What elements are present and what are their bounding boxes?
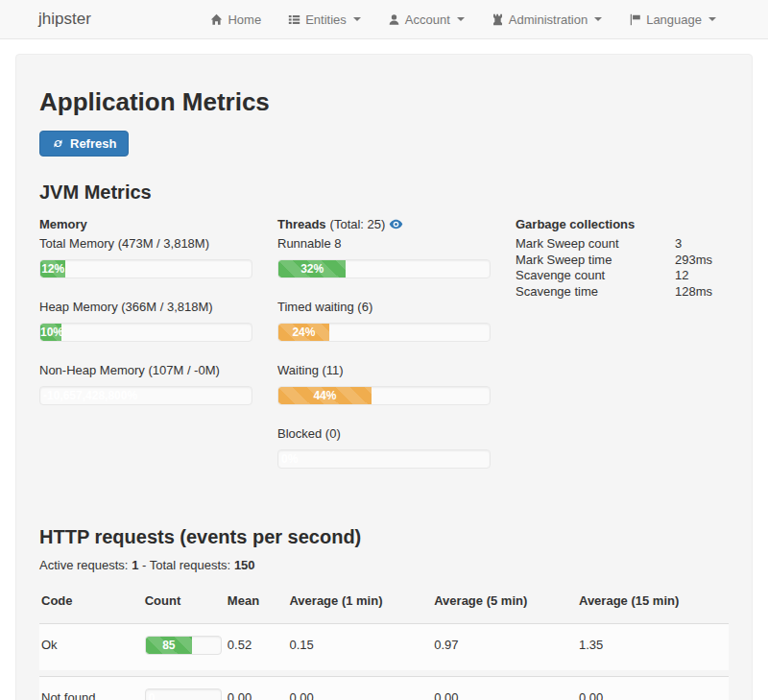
metric-heap-memory: Heap Memory (366M / 3,818M) 10% [39, 300, 252, 342]
cell-avg1: 0.00 [287, 676, 432, 700]
metric-label: Timed waiting (6) [277, 300, 491, 314]
jvm-metrics-row: Memory Total Memory (473M / 3,818M) 12% … [39, 217, 729, 490]
metric-label: Blocked (0) [277, 426, 491, 441]
navbar: jhipster Home Entities Account Administr… [0, 0, 768, 39]
nav-menu: Home Entities Account Administration Lan… [199, 7, 728, 33]
gc-row-value: 128ms [675, 284, 729, 301]
metric-timed-waiting: Timed waiting (6) 24% [277, 300, 491, 342]
http-requests-table: Code Count Mean Average (1 min) Average … [39, 582, 729, 700]
metric-blocked: Blocked (0) 0% [277, 426, 491, 469]
gc-row-label: Scavenge count [516, 268, 675, 284]
metric-label: Total Memory (473M / 3,818M) [39, 236, 252, 251]
table-header-row: Code Count Mean Average (1 min) Average … [39, 588, 729, 617]
nav-item-account[interactable]: Account [376, 7, 476, 33]
nav-item-administration[interactable]: Administration [480, 7, 613, 33]
timed-waiting-progressbar: 24% [277, 323, 491, 342]
memory-column: Memory Total Memory (473M / 3,818M) 12% … [39, 217, 252, 490]
metric-total-memory: Total Memory (473M / 3,818M) 12% [39, 236, 252, 278]
chevron-down-icon [594, 17, 602, 21]
chevron-down-icon [353, 17, 361, 21]
gc-row-label: Mark Sweep time [516, 253, 675, 269]
gc-row: Mark Sweep time 293ms [516, 253, 729, 269]
progress-fill: 44% [278, 387, 372, 404]
count-progressbar: 0 [145, 688, 222, 700]
requests-summary: Active requests: 1 - Total requests: 150 [39, 558, 729, 572]
page-title: Application Metrics [39, 87, 729, 117]
threads-heading: Threads (Total: 25) [277, 217, 491, 231]
active-requests-value: 1 [132, 558, 138, 572]
chevron-down-icon [708, 17, 716, 21]
threads-heading-label: Threads [277, 217, 326, 231]
col-header-mean: Mean [226, 588, 288, 617]
tower-icon [492, 13, 504, 26]
progress-fill: 85 [146, 637, 192, 654]
refresh-button[interactable]: Refresh [39, 131, 129, 157]
chevron-down-icon [457, 17, 465, 21]
metric-waiting: Waiting (11) 44% [277, 363, 491, 405]
metric-runnable: Runnable 8 32% [277, 236, 491, 278]
metric-label: Non-Heap Memory (107M / -0M) [39, 363, 252, 377]
gc-row: Scavenge time 128ms [516, 284, 729, 301]
nav-item-label: Entities [305, 12, 347, 27]
gc-row-label: Scavenge time [516, 284, 675, 301]
cell-code: Not found [39, 676, 143, 700]
progress-overflow-label: -10,657,428,800% [43, 387, 137, 404]
blocked-progressbar: 0% [277, 449, 491, 469]
progress-overflow-label: 0% [281, 450, 298, 468]
gc-row: Mark Sweep count 3 [516, 236, 729, 253]
brand-logo[interactable]: jhipster [38, 10, 91, 29]
gc-column: Garbage collections Mark Sweep count 3 M… [516, 217, 729, 490]
gc-row-value: 12 [675, 268, 729, 284]
cell-avg1: 0.15 [287, 623, 432, 670]
cell-count: 85 [143, 623, 226, 670]
metric-label: Runnable 8 [277, 236, 491, 251]
metric-label: Heap Memory (366M / 3,818M) [39, 300, 252, 314]
runnable-progressbar: 32% [277, 259, 491, 278]
cell-code: Ok [39, 623, 143, 670]
gc-row-value: 293ms [675, 253, 729, 269]
table-row-not-found: Not found 0 0.00 0.00 0.00 0.00 [39, 676, 729, 700]
user-icon [388, 13, 400, 26]
eye-icon[interactable] [389, 217, 403, 231]
progress-fill: 24% [278, 324, 329, 341]
cell-avg5: 0.00 [432, 676, 577, 700]
list-icon [288, 13, 300, 26]
metrics-panel: Application Metrics Refresh JVM Metrics … [15, 54, 753, 700]
count-progressbar: 85 [145, 636, 222, 655]
http-requests-heading: HTTP requests (events per second) [39, 526, 729, 548]
threads-column: Threads (Total: 25) Runnable 8 32% Timed… [277, 217, 491, 490]
refresh-button-label: Refresh [70, 136, 116, 151]
table-row-ok: Ok 85 0.52 0.15 0.97 1.35 [39, 623, 729, 670]
heap-memory-progressbar: 10% [39, 323, 252, 342]
refresh-icon [52, 137, 64, 150]
flag-icon [629, 13, 641, 26]
nav-item-label: Language [646, 12, 702, 27]
col-header-code: Code [39, 588, 143, 617]
nav-item-entities[interactable]: Entities [276, 7, 372, 33]
total-memory-progressbar: 12% [39, 259, 252, 278]
col-header-avg15: Average (15 min) [577, 588, 729, 617]
nav-item-home[interactable]: Home [199, 7, 273, 33]
gc-row-value: 3 [675, 236, 729, 253]
nav-item-language[interactable]: Language [617, 7, 728, 33]
cell-count: 0 [143, 676, 226, 700]
metric-label: Waiting (11) [277, 363, 491, 377]
threads-total-label: (Total: 25) [330, 217, 386, 231]
col-header-count: Count [143, 588, 226, 617]
metric-nonheap-memory: Non-Heap Memory (107M / -0M) -10,657,428… [39, 363, 252, 405]
cell-avg5: 0.97 [432, 623, 577, 670]
nonheap-memory-progressbar: -10,657,428,800% [39, 386, 252, 405]
progress-overflow-label: 0 [149, 689, 156, 700]
progress-fill: 32% [278, 260, 346, 278]
progress-fill: 12% [40, 260, 65, 278]
gc-row: Scavenge count 12 [516, 268, 729, 284]
total-requests-value: 150 [234, 558, 255, 572]
nav-item-label: Account [405, 12, 450, 27]
jvm-metrics-heading: JVM Metrics [39, 181, 729, 204]
nav-item-label: Administration [509, 12, 588, 27]
gc-heading: Garbage collections [516, 217, 729, 231]
waiting-progressbar: 44% [277, 386, 491, 405]
cell-mean: 0.52 [226, 623, 288, 670]
cell-avg15: 0.00 [577, 676, 729, 700]
col-header-avg5: Average (5 min) [432, 588, 577, 617]
